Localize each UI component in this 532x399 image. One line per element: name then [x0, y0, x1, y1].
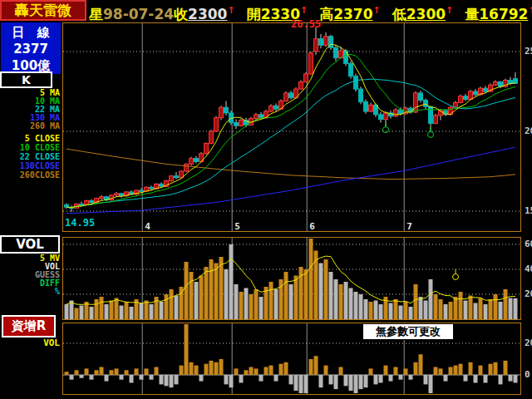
- k-chart-button[interactable]: K: [0, 71, 52, 88]
- quote-label: 量: [465, 6, 479, 22]
- quote-label: 高: [319, 6, 333, 22]
- no-parameter-message: 無參數可更改: [362, 323, 454, 340]
- volume-axis-tick: 60000: [525, 239, 532, 249]
- up-arrow-icon: ↑: [227, 5, 234, 16]
- diff-axis-tick: 20: [525, 338, 532, 348]
- legend-item: 22 CLOSE: [0, 152, 60, 161]
- period-high-label: 26.55: [291, 18, 321, 30]
- quote-value: 2370: [333, 6, 372, 22]
- up-arrow-icon: ↑: [446, 5, 453, 16]
- quote-value: 16792: [479, 6, 528, 22]
- fund-vol-label: VOL: [0, 337, 60, 348]
- month-label: 6: [309, 221, 315, 231]
- sell-signal-icon: [428, 127, 434, 138]
- period-type: 日 線: [1, 24, 61, 41]
- quote-label: 開: [247, 6, 261, 22]
- quote-strip: 星98-07-24收2300↑開2330↑高2370↑低2300↑量16792↑: [89, 2, 532, 20]
- month-label: 5: [234, 221, 240, 231]
- close-legend: 5 CLOSE10 CLOSE22 CLOSE130CLOSE260CLOSE: [0, 134, 60, 180]
- up-arrow-icon: ↑: [528, 5, 532, 16]
- month-label: 4: [145, 221, 150, 231]
- ma5-line: [66, 44, 515, 208]
- quote-label: 低: [392, 6, 406, 22]
- legend-item: DIFF: [0, 279, 60, 288]
- ma-legend: 5 MA10 MA22 MA130 MA260 MA: [0, 89, 60, 131]
- weekday-prefix: 星: [89, 6, 103, 22]
- month-label: 7: [406, 221, 412, 231]
- ma130-line: [66, 147, 515, 214]
- quote-value: 2300: [188, 6, 227, 22]
- up-arrow-icon: ↑: [300, 5, 308, 16]
- price-chart-svg: 4567: [63, 23, 520, 231]
- legend-item: 5 CLOSE: [0, 134, 60, 143]
- quote-label: 收: [174, 6, 188, 22]
- diff-axis-tick: 0: [525, 370, 530, 380]
- period-low-label: 14.95: [65, 217, 95, 229]
- vol-legend: 5 MVVOLGUESSDIFF%: [0, 254, 60, 296]
- app-logo[interactable]: 轟天雷微: [0, 0, 86, 21]
- quote-date: 98-07-24: [103, 6, 174, 22]
- legend-item: %: [0, 288, 60, 296]
- volume-axis-tick: 20000: [525, 289, 532, 299]
- period-box[interactable]: 日 線 2377 100億: [1, 22, 61, 74]
- ma260-line: [66, 149, 515, 180]
- volume-axis-tick: 40000: [525, 264, 532, 274]
- stock-code: 2377: [1, 41, 61, 57]
- vol-button[interactable]: VOL: [0, 235, 60, 254]
- legend-item: 130CLOSE: [0, 161, 60, 170]
- price-axis-tick: 15: [525, 206, 532, 216]
- up-arrow-icon: ↑: [373, 5, 381, 16]
- price-axis-tick: 20: [525, 126, 532, 136]
- legend-item: 10 CLOSE: [0, 143, 60, 152]
- quote-value: 2300: [406, 6, 446, 22]
- volume-chart-svg: [63, 238, 520, 319]
- price-axis-tick: 25: [525, 47, 532, 57]
- volume-signal-icon: [453, 269, 459, 280]
- legend-item: 260CLOSE: [0, 170, 60, 180]
- legend-item: 260 MA: [0, 122, 60, 131]
- volume-chart-pane[interactable]: [62, 237, 521, 320]
- fund-increase-button[interactable]: 資增R: [2, 315, 56, 337]
- price-chart-pane[interactable]: 4567: [62, 22, 521, 232]
